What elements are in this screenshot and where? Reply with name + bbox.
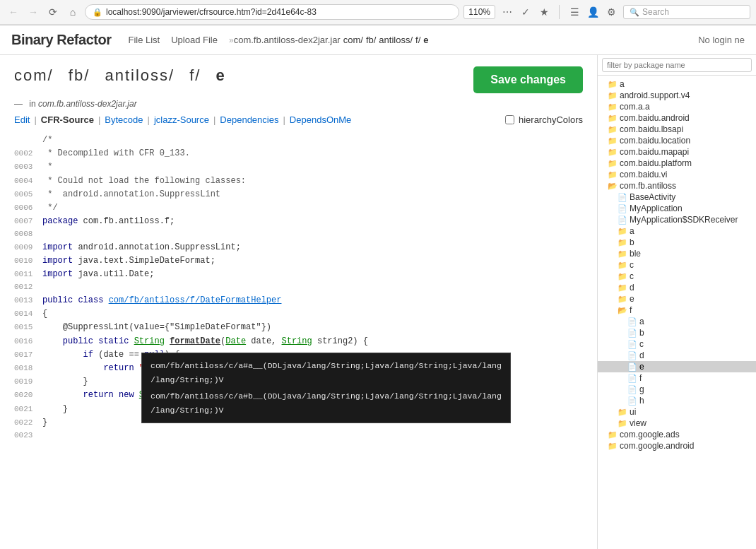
tree-item-com-google-ads[interactable]: 📁 com.google.ads bbox=[598, 429, 756, 440]
package-filter-input[interactable] bbox=[602, 58, 752, 72]
code-line: 0015 @SuppressLint(value={"SimpleDateFor… bbox=[14, 321, 583, 334]
jclazz-link[interactable]: jclazz-Source bbox=[154, 114, 209, 125]
line-content: @SuppressLint(value={"SimpleDateFormat"}… bbox=[42, 321, 583, 334]
save-changes-button[interactable]: Save changes bbox=[473, 66, 583, 93]
code-line: 0007 package com.fb.antiloss.f; bbox=[14, 215, 583, 228]
line-content: public static String formatDate(Date dat… bbox=[42, 335, 583, 348]
file-list-link[interactable]: File List bbox=[128, 35, 160, 45]
top-nav: Binary Refactor File List Upload File » … bbox=[0, 25, 756, 55]
line-num: 0022 bbox=[14, 417, 42, 430]
bookmarks-list-button[interactable]: ☰ bbox=[567, 4, 582, 20]
sep4: | bbox=[213, 114, 215, 125]
autocomplete-popup: com/fb/antiloss/c/a#a__(DDLjava/lang/Str… bbox=[141, 353, 511, 423]
browser-toolbar: ← → ⟳ ⌂ 🔒 localhost:9090/jarviewer/cfrso… bbox=[0, 0, 756, 25]
file-path-title: com/ fb/ antiloss/ f/ e bbox=[14, 66, 226, 85]
file-icon: 📄 bbox=[627, 351, 637, 360]
tree-item-f-d[interactable]: 📄 d bbox=[598, 350, 756, 361]
code-line: 0005 * android.annotation.SuppressLint bbox=[14, 188, 583, 201]
tree-label: com.baidu.mapapi bbox=[620, 147, 689, 157]
no-login-text: No login ne bbox=[698, 35, 745, 45]
bookmark-button[interactable]: ✓ bbox=[518, 4, 533, 20]
code-line: 0004 * Could not load the following clas… bbox=[14, 175, 583, 188]
forward-button[interactable]: → bbox=[25, 4, 41, 20]
tree-item-a[interactable]: 📁 a bbox=[598, 78, 756, 90]
tree-item-com-a-a[interactable]: 📁 com.a.a bbox=[598, 101, 756, 112]
address-bar[interactable]: 🔒 localhost:9090/jarviewer/cfrsource.htm… bbox=[85, 4, 459, 20]
profile-button[interactable]: 👤 bbox=[585, 4, 601, 20]
tree-item-f-g[interactable]: 📄 g bbox=[598, 384, 756, 395]
dependencies-link[interactable]: Dependencies bbox=[220, 114, 278, 125]
right-sidebar: 📁 a 📁 android.support.v4 📁 com.a.a 📁 com… bbox=[597, 55, 756, 549]
tree-item-com-baidu-mapapi[interactable]: 📁 com.baidu.mapapi bbox=[598, 146, 756, 158]
depends-on-me-link[interactable]: DependsOnMe bbox=[290, 114, 351, 125]
tree-item-com-baidu-android[interactable]: 📁 com.baidu.android bbox=[598, 112, 756, 124]
main-content: com/ fb/ antiloss/ f/ e Save changes — i… bbox=[0, 55, 756, 549]
more-button[interactable]: ⋯ bbox=[500, 4, 515, 20]
refresh-button[interactable]: ⟳ bbox=[45, 4, 61, 20]
home-button[interactable]: ⌂ bbox=[65, 4, 81, 20]
tree-item-my-application[interactable]: 📄 MyApplication bbox=[598, 203, 756, 214]
path-fb: fb/ bbox=[69, 66, 90, 84]
tree-label: c bbox=[630, 271, 634, 281]
tree-item-folder-b[interactable]: 📁 b bbox=[598, 237, 756, 248]
folder-icon-open: 📂 bbox=[608, 182, 618, 191]
tree-item-f-a[interactable]: 📄 a bbox=[598, 316, 756, 327]
tree-label: com.google.android bbox=[620, 441, 694, 451]
edit-link[interactable]: Edit bbox=[14, 114, 30, 125]
jar-in: in bbox=[29, 99, 35, 109]
folder-icon: 📁 bbox=[608, 442, 618, 451]
file-icon: 📄 bbox=[627, 329, 637, 338]
breadcrumb-jar[interactable]: com.fb.antiloss-dex2jar.jar bbox=[234, 35, 341, 45]
back-button[interactable]: ← bbox=[6, 4, 21, 20]
tree-item-folder-a[interactable]: 📁 a bbox=[598, 225, 756, 237]
tree-item-f-c[interactable]: 📄 c bbox=[598, 338, 756, 350]
tree-item-base-activity[interactable]: 📄 BaseActivity bbox=[598, 191, 756, 203]
line-content: import java.util.Date; bbox=[42, 268, 583, 281]
tree-item-view[interactable]: 📁 view bbox=[598, 418, 756, 429]
tree-item-f-h[interactable]: 📄 h bbox=[598, 395, 756, 406]
tree-item-my-application-sdk[interactable]: 📄 MyApplication$SDKReceiver bbox=[598, 214, 756, 225]
tree-item-folder-ble[interactable]: 📁 ble bbox=[598, 248, 756, 259]
tree-item-f-b[interactable]: 📄 b bbox=[598, 327, 756, 338]
tree-item-com-baidu-location[interactable]: 📁 com.baidu.location bbox=[598, 135, 756, 146]
tree-item-ui[interactable]: 📁 ui bbox=[598, 406, 756, 418]
settings-button[interactable]: ⚙ bbox=[603, 4, 619, 20]
cfr-source-link[interactable]: CFR-Source bbox=[41, 114, 94, 125]
tree-item-folder-c2[interactable]: 📁 c bbox=[598, 271, 756, 282]
breadcrumb-e: e bbox=[423, 35, 428, 45]
folder-icon: 📁 bbox=[618, 272, 627, 281]
tree-item-f-e-selected[interactable]: 📄 e bbox=[598, 361, 756, 372]
breadcrumb-f: f/ bbox=[415, 35, 420, 45]
url-text: localhost:9090/jarviewer/cfrsource.htm?i… bbox=[106, 7, 451, 17]
star-button[interactable]: ★ bbox=[536, 4, 552, 20]
folder-icon: 📁 bbox=[608, 114, 618, 123]
path-antiloss: antiloss/ bbox=[105, 66, 175, 84]
tree-item-f-f[interactable]: 📄 f bbox=[598, 372, 756, 384]
tree-label: h bbox=[639, 396, 644, 406]
tree-item-folder-e[interactable]: 📁 e bbox=[598, 293, 756, 305]
autocomplete-item-2[interactable]: com/fb/antiloss/c/a#b__(DDLjava/lang/Str… bbox=[142, 388, 510, 418]
tree-item-com-baidu-lbsapi[interactable]: 📁 com.baidu.lbsapi bbox=[598, 124, 756, 135]
line-content: public class com/fb/antiloss/f/DateForma… bbox=[42, 294, 583, 307]
bytecode-link[interactable]: Bytecode bbox=[105, 114, 143, 125]
tree-item-folder-f[interactable]: 📂 f bbox=[598, 305, 756, 316]
tree-item-com-google-android[interactable]: 📁 com.google.android bbox=[598, 440, 756, 451]
tree-item-folder-d[interactable]: 📁 d bbox=[598, 282, 756, 293]
line-num: 0014 bbox=[14, 308, 42, 321]
tree-item-com-baidu-vi[interactable]: 📁 com.baidu.vi bbox=[598, 169, 756, 180]
tree-item-folder-c1[interactable]: 📁 c bbox=[598, 259, 756, 271]
tree-item-com-baidu-platform[interactable]: 📁 com.baidu.platform bbox=[598, 158, 756, 169]
tree-item-android-support[interactable]: 📁 android.support.v4 bbox=[598, 90, 756, 101]
tree-item-com-fb-antiloss[interactable]: 📂 com.fb.antiloss bbox=[598, 180, 756, 191]
search-icon: 🔍 bbox=[630, 8, 639, 17]
tree-label: g bbox=[639, 384, 644, 394]
hierarchy-colors-container: hierarchyColors bbox=[505, 114, 583, 125]
upload-file-link[interactable]: Upload File bbox=[171, 35, 218, 45]
hierarchy-checkbox[interactable] bbox=[505, 115, 514, 124]
tree-label-selected: e bbox=[639, 362, 644, 372]
tree-label: MyApplication$SDKReceiver bbox=[630, 215, 738, 225]
browser-chrome: ← → ⟳ ⌂ 🔒 localhost:9090/jarviewer/cfrso… bbox=[0, 0, 756, 25]
search-bar[interactable]: 🔍 Search bbox=[623, 5, 750, 19]
line-num: 0003 bbox=[14, 161, 42, 174]
autocomplete-item-1[interactable]: com/fb/antiloss/c/a#a__(DDLjava/lang/Str… bbox=[142, 358, 510, 388]
